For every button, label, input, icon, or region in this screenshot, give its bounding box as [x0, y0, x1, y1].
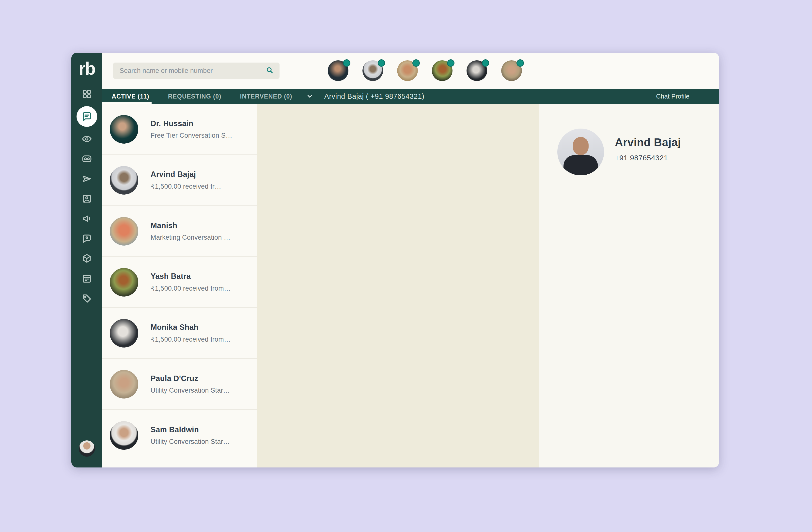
chats-icon[interactable]: [76, 106, 97, 127]
chat-item-texts: Arvind Bajaj ₹1,500.00 received fr…: [150, 170, 221, 191]
message-preview: ₹1,500.00 received fr…: [150, 182, 221, 191]
agent-avatar[interactable]: [501, 60, 522, 81]
contact-avatar: [110, 319, 138, 348]
chat-list-item[interactable]: Monika Shah ₹1,500.00 received from…: [102, 308, 257, 359]
tags-icon[interactable]: [81, 293, 93, 305]
chat-list-item[interactable]: Paula D'Cruz Utility Conversation Star…: [102, 359, 257, 410]
agent-avatar[interactable]: [397, 60, 418, 81]
profile-avatar: [557, 129, 604, 176]
reports-icon[interactable]: [81, 272, 93, 284]
agent-avatar[interactable]: [432, 60, 452, 81]
chat-list: Dr. Hussain Free Tier Conversation S… Ar…: [102, 104, 257, 467]
search-box[interactable]: [113, 62, 279, 79]
message-preview: Utility Conversation Star…: [150, 438, 230, 446]
integrations-icon[interactable]: [81, 253, 93, 265]
tab-intervened[interactable]: INTERVENED (0): [231, 89, 302, 104]
chat-profile-panel: Arvind Bajaj +91 987654321: [539, 104, 719, 467]
main-area: ACTIVE (11) REQUESTING (0) INTERVENED (0…: [102, 53, 719, 467]
profile-name: Arvind Bajaj: [615, 136, 681, 149]
search-input[interactable]: [119, 67, 266, 75]
chat-item-texts: Sam Baldwin Utility Conversation Star…: [150, 425, 230, 446]
contact-name: Yash Batra: [150, 272, 231, 281]
status-badge: [343, 59, 350, 67]
sidebar-rail: rb: [71, 53, 102, 467]
megaphone-icon[interactable]: [81, 213, 93, 225]
search-icon[interactable]: [266, 66, 274, 75]
chat-list-item[interactable]: Manish Marketing Conversation …: [102, 206, 257, 257]
chat-list-item[interactable]: Arvind Bajaj ₹1,500.00 received fr…: [102, 155, 257, 206]
chat-item-texts: Paula D'Cruz Utility Conversation Star…: [150, 374, 230, 394]
media-icon[interactable]: [81, 193, 93, 205]
status-badge: [378, 59, 385, 67]
chevron-down-icon[interactable]: [306, 93, 314, 100]
contact-name: Monika Shah: [150, 323, 231, 332]
status-badge: [412, 59, 420, 67]
agent-avatar[interactable]: [362, 60, 383, 81]
app-window: rb: [71, 53, 719, 467]
message-preview: ₹1,500.00 received from…: [150, 284, 231, 292]
conversation-canvas[interactable]: [257, 104, 539, 467]
eye-icon[interactable]: [81, 133, 93, 145]
agent-avatar[interactable]: [466, 60, 487, 81]
contact-avatar: [110, 421, 138, 450]
chat-list-item[interactable]: Sam Baldwin Utility Conversation Star…: [102, 410, 257, 461]
dashboard-icon[interactable]: [81, 88, 93, 100]
contact-name: Sam Baldwin: [150, 425, 230, 434]
agent-avatar-row: [328, 60, 522, 81]
contact-name: Dr. Hussain: [150, 119, 232, 128]
comment-pin-icon[interactable]: [81, 233, 93, 244]
active-tab-indicator: [102, 102, 151, 104]
message-preview: Marketing Conversation …: [150, 234, 230, 241]
tab-active[interactable]: ACTIVE (11): [102, 89, 159, 104]
contacts-icon[interactable]: [81, 153, 93, 165]
contact-avatar: [110, 217, 138, 246]
status-badge: [482, 59, 489, 67]
message-preview: Free Tier Conversation S…: [150, 132, 232, 139]
agent-avatar[interactable]: [328, 60, 348, 81]
profile-info: Arvind Bajaj +91 987654321: [615, 136, 681, 162]
profile-phone: +91 987654321: [615, 154, 681, 162]
sidebar-icon-list: [76, 88, 97, 305]
chat-item-texts: Dr. Hussain Free Tier Conversation S…: [150, 119, 232, 139]
conversation-title: Arvind Bajaj ( +91 987654321): [324, 92, 424, 100]
chat-item-texts: Yash Batra ₹1,500.00 received from…: [150, 272, 231, 292]
broadcast-icon[interactable]: [81, 173, 93, 185]
top-bar: [102, 53, 719, 89]
chat-item-texts: Monika Shah ₹1,500.00 received from…: [150, 323, 231, 343]
contact-avatar: [110, 370, 138, 398]
conversation-tab-bar: ACTIVE (11) REQUESTING (0) INTERVENED (0…: [102, 89, 719, 104]
contact-avatar: [110, 268, 138, 296]
contact-name: Arvind Bajaj: [150, 170, 221, 179]
message-preview: Utility Conversation Star…: [150, 387, 230, 394]
contact-avatar: [110, 166, 138, 195]
chat-list-item[interactable]: Yash Batra ₹1,500.00 received from…: [102, 257, 257, 308]
chat-item-texts: Manish Marketing Conversation …: [150, 221, 230, 241]
brand-logo: rb: [79, 60, 95, 77]
contact-name: Paula D'Cruz: [150, 374, 230, 383]
tab-requesting[interactable]: REQUESTING (0): [159, 89, 231, 104]
message-preview: ₹1,500.00 received from…: [150, 335, 231, 343]
chat-profile-button[interactable]: Chat Profile: [656, 93, 690, 100]
status-badge: [517, 59, 524, 67]
content-row: Dr. Hussain Free Tier Conversation S… Ar…: [102, 104, 719, 467]
status-badge: [447, 59, 454, 67]
contact-name: Manish: [150, 221, 230, 230]
contact-avatar: [110, 115, 138, 144]
chat-list-item[interactable]: Dr. Hussain Free Tier Conversation S…: [102, 104, 257, 155]
user-avatar[interactable]: [79, 440, 95, 457]
